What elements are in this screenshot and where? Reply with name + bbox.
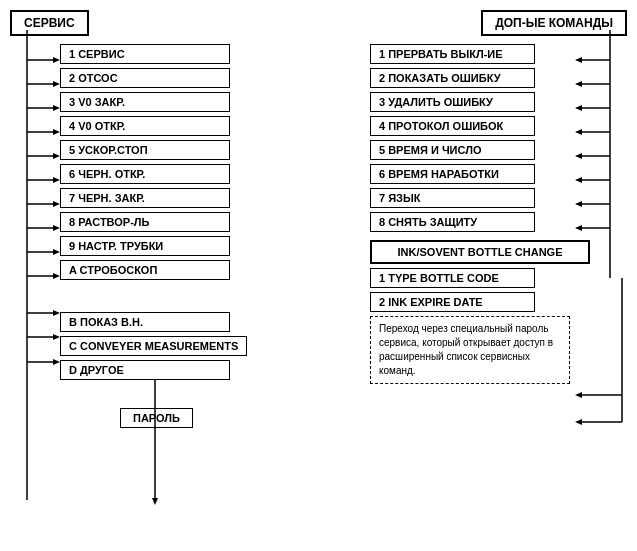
right-header: ДОП-ЫЕ КОМАНДЫ bbox=[481, 10, 627, 36]
diagram: СЕРВИС ДОП-ЫЕ КОМАНДЫ 1 СЕРВИС 2 ОТСОС 3… bbox=[0, 0, 637, 551]
password-box[interactable]: ПАРОЛЬ bbox=[120, 408, 193, 428]
left-item-C[interactable]: C CONVEYER MEASUREMENTS bbox=[60, 336, 350, 356]
header-row: СЕРВИС ДОП-ЫЕ КОМАНДЫ bbox=[10, 10, 627, 36]
right-item-4[interactable]: 4 ПРОТОКОЛ ОШИБОК bbox=[370, 116, 590, 136]
left-item-9[interactable]: 9 НАСТР. ТРУБКИ bbox=[60, 236, 350, 256]
right-item-8[interactable]: 8 СНЯТЬ ЗАЩИТУ bbox=[370, 212, 590, 232]
right-item-3[interactable]: 3 УДАЛИТЬ ОШИБКУ bbox=[370, 92, 590, 112]
ink-section-header: INK/SOVENT BOTTLE CHANGE bbox=[370, 240, 590, 264]
left-item-5[interactable]: 5 УСКОР.СТОП bbox=[60, 140, 350, 160]
left-header: СЕРВИС bbox=[10, 10, 89, 36]
right-item-6[interactable]: 6 ВРЕМЯ НАРАБОТКИ bbox=[370, 164, 590, 184]
left-item-D[interactable]: D ДРУГОЕ bbox=[60, 360, 350, 380]
svg-marker-50 bbox=[152, 498, 158, 505]
left-item-B[interactable]: B ПОКАЗ В.Н. bbox=[60, 312, 350, 332]
left-column: 1 СЕРВИС 2 ОТСОС 3 V0 ЗАКР. 4 V0 ОТКР. 5… bbox=[60, 44, 350, 428]
left-item-6[interactable]: 6 ЧЕРН. ОТКР. bbox=[60, 164, 350, 184]
right-item-7[interactable]: 7 ЯЗЫК bbox=[370, 188, 590, 208]
right-item-1[interactable]: 1 ПРЕРВАТЬ ВЫКЛ-ИЕ bbox=[370, 44, 590, 64]
ink-item-1[interactable]: 1 TYPE BOTTLE CODE bbox=[370, 268, 590, 288]
ink-item-2[interactable]: 2 INK EXPIRE DATE bbox=[370, 292, 590, 312]
left-item-7[interactable]: 7 ЧЕРН. ЗАКР. bbox=[60, 188, 350, 208]
right-column: 1 ПРЕРВАТЬ ВЫКЛ-ИЕ 2 ПОКАЗАТЬ ОШИБКУ 3 У… bbox=[370, 44, 590, 428]
note-text: Переход через специальный пароль сервиса… bbox=[379, 323, 553, 376]
left-item-4[interactable]: 4 V0 ОТКР. bbox=[60, 116, 350, 136]
right-item-2[interactable]: 2 ПОКАЗАТЬ ОШИБКУ bbox=[370, 68, 590, 88]
note-box: Переход через специальный пароль сервиса… bbox=[370, 316, 570, 384]
left-item-8[interactable]: 8 РАСТВОР-ЛЬ bbox=[60, 212, 350, 232]
password-container: ПАРОЛЬ bbox=[120, 408, 350, 428]
right-item-5[interactable]: 5 ВРЕМЯ И ЧИСЛО bbox=[370, 140, 590, 160]
left-item-1[interactable]: 1 СЕРВИС bbox=[60, 44, 350, 64]
left-item-2[interactable]: 2 ОТСОС bbox=[60, 68, 350, 88]
left-item-3[interactable]: 3 V0 ЗАКР. bbox=[60, 92, 350, 112]
left-item-A[interactable]: A СТРОБОСКОП bbox=[60, 260, 350, 280]
